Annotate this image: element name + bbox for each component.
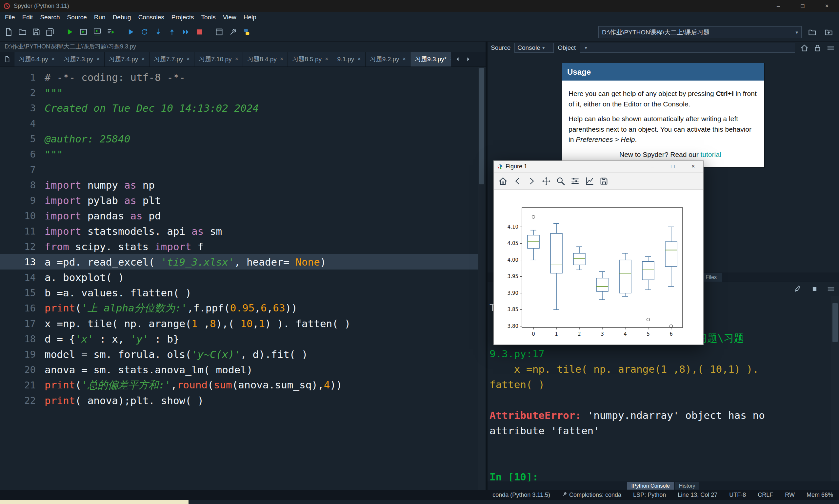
lock-icon[interactable] — [812, 42, 823, 53]
tab-close-icon[interactable]: × — [325, 56, 328, 62]
editor-tab[interactable]: 9.1.py× — [333, 52, 365, 67]
editor-options-icon[interactable] — [474, 54, 484, 64]
options-menu-icon[interactable] — [826, 284, 836, 294]
close-button[interactable]: × — [815, 0, 839, 12]
code-editor[interactable]: 1# -*- coding: utf-8 -*-2"""3Created on … — [0, 67, 478, 490]
code-line[interactable]: 13a =pd. read_excel( 'ti9_3.xlsx', heade… — [0, 254, 478, 270]
home-icon[interactable] — [496, 175, 510, 188]
python-icon[interactable] — [241, 26, 253, 38]
working-directory-combo[interactable]: D:\作业\PYTHON课程\大二上\课后习题 ▾ — [598, 26, 802, 38]
maximize-pane-icon[interactable] — [213, 26, 225, 38]
figure-titlebar[interactable]: Figure 1 – □ × — [494, 161, 703, 173]
browse-directory-icon[interactable] — [806, 26, 818, 38]
file-switcher-icon[interactable] — [0, 52, 14, 67]
tutorial-link[interactable]: tutorial — [700, 151, 721, 158]
menu-help[interactable]: Help — [240, 12, 260, 23]
scrollbar-thumb[interactable] — [479, 68, 484, 184]
editor-tab[interactable]: 习题7.10.py× — [194, 52, 243, 67]
code-line[interactable]: 18d = {'x' : x, 'y' : b} — [0, 331, 478, 346]
pan-icon[interactable] — [540, 175, 553, 188]
code-line[interactable]: 10import pandas as pd — [0, 208, 478, 223]
menu-file[interactable]: File — [1, 12, 19, 23]
zoom-icon[interactable] — [554, 175, 567, 188]
subplots-icon[interactable] — [568, 175, 582, 188]
tab-close-icon[interactable]: × — [97, 56, 100, 62]
code-line[interactable]: 4 — [0, 115, 478, 131]
menu-source[interactable]: Source — [64, 12, 90, 23]
menu-search[interactable]: Search — [36, 12, 63, 23]
tab-close-icon[interactable]: × — [235, 56, 238, 62]
code-line[interactable]: 16print('上 alpha分位数为:',f.ppf(0.95,6,63)) — [0, 300, 478, 316]
new-file-icon[interactable] — [3, 26, 14, 38]
tab-close-icon[interactable]: × — [187, 56, 190, 62]
home-icon[interactable] — [799, 42, 809, 53]
figure-window[interactable]: Figure 1 – □ × 3.803.853.903.954.004.054… — [493, 160, 704, 345]
menu-run[interactable]: Run — [90, 12, 109, 23]
code-line[interactable]: 6""" — [0, 146, 478, 162]
back-icon[interactable] — [511, 175, 524, 188]
editor-tab[interactable]: 习题9.2.py× — [365, 52, 410, 67]
scrollbar-thumb[interactable] — [833, 303, 838, 342]
tab-close-icon[interactable]: × — [403, 56, 406, 62]
code-line[interactable]: 15b =a. values. flatten( ) — [0, 285, 478, 300]
tab-close-icon[interactable]: × — [141, 56, 145, 62]
code-line[interactable]: 20anova = sm. stats.anova_lm( model) — [0, 362, 478, 377]
code-line[interactable]: 17x =np. tile( np. arange(1 ,8),( 10,1) … — [0, 316, 478, 331]
debug-icon[interactable] — [124, 26, 136, 38]
console-tab-history[interactable]: History — [675, 482, 699, 490]
options-menu-icon[interactable] — [825, 42, 836, 53]
editor-tab[interactable]: 习题9.3.py*× — [410, 52, 451, 67]
tab-close-icon[interactable]: × — [51, 56, 55, 62]
run-selection-icon[interactable] — [105, 26, 117, 38]
interrupt-kernel-icon[interactable] — [809, 284, 819, 294]
menu-debug[interactable]: Debug — [109, 12, 135, 23]
figure-minimize-button[interactable]: – — [642, 161, 663, 173]
editor-tab[interactable]: 习题8.5.py× — [288, 52, 333, 67]
code-line[interactable]: 2""" — [0, 85, 478, 100]
customize-icon[interactable] — [583, 175, 596, 188]
code-line[interactable]: 1# -*- coding: utf-8 -*- — [0, 69, 478, 85]
figure-maximize-button[interactable]: □ — [663, 161, 683, 173]
remove-variables-icon[interactable] — [793, 284, 803, 294]
run-cell-advance-icon[interactable] — [91, 26, 103, 38]
code-line[interactable]: 14a. boxplot( ) — [0, 270, 478, 285]
editor-tab[interactable]: 习题7.4.py× — [105, 52, 150, 67]
code-line[interactable]: 3Created on Tue Dec 10 14:13:02 2024 — [0, 100, 478, 115]
stop-icon[interactable] — [193, 26, 205, 38]
continue-icon[interactable] — [180, 26, 191, 38]
code-line[interactable]: 21print('总的偏差平方和:',round(sum(anova.sum_s… — [0, 377, 478, 393]
code-line[interactable]: 22print( anova);plt. show( ) — [0, 393, 478, 408]
editor-tab[interactable]: 习题8.4.py× — [243, 52, 288, 67]
maximize-button[interactable]: □ — [790, 0, 815, 12]
rerun-icon[interactable] — [138, 26, 150, 38]
parent-directory-icon[interactable] — [823, 26, 834, 38]
editor-tab[interactable]: 习题7.3.py× — [59, 52, 104, 67]
forward-icon[interactable] — [525, 175, 538, 188]
tabs-scroll-left-icon[interactable] — [453, 54, 463, 64]
code-line[interactable]: 19model = sm. forula. ols('y~C(x)', d).f… — [0, 346, 478, 362]
open-folder-icon[interactable] — [16, 26, 28, 38]
console-tab-ipython-console[interactable]: IPython Console — [627, 482, 673, 490]
console-scrollbar[interactable] — [831, 296, 839, 481]
code-line[interactable]: 9import pylab as plt — [0, 193, 478, 208]
menu-consoles[interactable]: Consoles — [135, 12, 168, 23]
editor-tab[interactable]: 习题6.4.py× — [14, 52, 59, 67]
menu-edit[interactable]: Edit — [19, 12, 37, 23]
code-line[interactable]: 5@author: 25840 — [0, 131, 478, 146]
tab-close-icon[interactable]: × — [280, 56, 284, 62]
tab-close-icon[interactable]: × — [357, 56, 361, 62]
code-line[interactable]: 7 — [0, 162, 478, 177]
code-line[interactable]: 12from scipy. stats import f — [0, 239, 478, 254]
run-cell-icon[interactable] — [78, 26, 89, 38]
step-into-icon[interactable] — [152, 26, 164, 38]
menu-view[interactable]: View — [219, 12, 240, 23]
editor-tab[interactable]: 习题7.7.py× — [150, 52, 194, 67]
save-icon[interactable] — [30, 26, 42, 38]
code-line[interactable]: 11import statsmodels. api as sm — [0, 223, 478, 239]
save-all-icon[interactable] — [44, 26, 56, 38]
step-return-icon[interactable] — [166, 26, 178, 38]
figure-canvas[interactable]: 3.803.853.903.954.004.054.100123456 — [494, 190, 703, 344]
wrench-icon[interactable] — [227, 26, 239, 38]
minimize-button[interactable]: – — [766, 0, 790, 12]
code-line[interactable]: 8import numpy as np — [0, 177, 478, 193]
